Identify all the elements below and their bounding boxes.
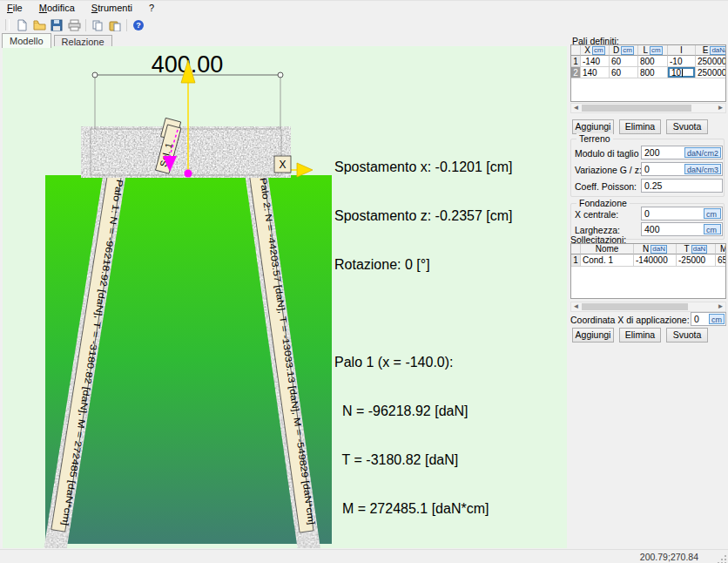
elimina-palo-button[interactable]: Elimina <box>619 119 661 134</box>
side-panel: Pali definiti: Xcm Dcm Lcm I EdaN/c 1 -1… <box>569 36 728 549</box>
svg-text:X: X <box>279 159 286 171</box>
table-row[interactable]: 2 140 60 800 10 250000 <box>571 67 725 78</box>
menu-bar: File Modifica Strumenti ? <box>0 1 728 17</box>
toolbar-separator <box>126 19 127 31</box>
sollecitazioni-header: Nome NdaN TdaN MdaN <box>571 244 725 254</box>
unit-chip: daN/cm3 <box>684 164 721 174</box>
result-line: Palo 1 (x = -140.0): <box>334 354 513 371</box>
modulo-taglio-input[interactable]: 200 daN/cm2 <box>641 146 723 159</box>
tab-modello[interactable]: Modello <box>2 33 51 48</box>
unit-chip: cm <box>704 224 721 234</box>
menu-modifica[interactable]: Modifica <box>32 1 82 15</box>
coordinata-label: Coordinata X di applicazione: <box>570 315 690 325</box>
field-label: Modulo di taglio G: <box>575 148 651 159</box>
terreno-group: Terreno Modulo di taglio G: 200 daN/cm2 … <box>570 139 725 197</box>
print-icon[interactable] <box>65 17 83 32</box>
save-icon[interactable] <box>48 17 65 32</box>
toolbar-grip <box>5 19 10 31</box>
x-axis-arrow <box>297 163 313 177</box>
unit-chip: cm <box>650 46 663 55</box>
result-line: Rotazione: 0 [°] <box>334 256 513 274</box>
field-label: Coeff. Poisson: <box>575 181 637 192</box>
text-caret <box>682 69 683 77</box>
open-folder-icon[interactable] <box>30 17 48 32</box>
tab-strip: Modello Relazione <box>2 33 112 46</box>
pali-table[interactable]: Xcm Dcm Lcm I EdaN/c 1 -140 60 800 -10 2… <box>570 44 726 102</box>
table-row[interactable]: 1 -140 60 800 -10 250000 <box>571 56 725 67</box>
field-label: X centrale: <box>575 209 618 220</box>
svg-text:?: ? <box>136 21 141 30</box>
pali-table-hscrollbar[interactable]: ◄ ► <box>570 103 726 113</box>
x-axis-label: X <box>274 156 291 173</box>
variazione-gz-input[interactable]: 0 daN/cm3 <box>641 162 723 176</box>
unit-chip: cm <box>704 208 721 219</box>
menu-file[interactable]: File <box>0 1 30 15</box>
scroll-right-icon[interactable]: ► <box>716 302 725 311</box>
toolbar: ? <box>0 17 728 33</box>
coordinata-x-input[interactable]: 0 cm <box>691 312 726 326</box>
unit-chip: daN <box>691 245 708 254</box>
sollecitazioni-hscrollbar[interactable]: ◄ ► <box>570 302 726 312</box>
table-row[interactable]: 1 Cond. 1 -140000 -25000 650 <box>571 254 725 267</box>
paste-icon[interactable] <box>106 17 124 32</box>
svuota-pali-button[interactable]: Svuota <box>666 119 708 134</box>
field-label: Variazione G / z: <box>575 165 642 175</box>
aggiungi-sollecitazione-button[interactable]: Aggiungi <box>572 328 614 343</box>
scrollbar-thumb[interactable] <box>582 105 691 112</box>
result-line: T = -3180.82 [daN] <box>334 451 513 469</box>
new-document-icon[interactable] <box>13 17 30 32</box>
resize-grip[interactable] <box>717 553 727 563</box>
result-line: N = -96218.92 [daN] <box>334 403 513 420</box>
elimina-sollecitazione-button[interactable]: Elimina <box>619 328 661 343</box>
model-canvas[interactable]: Palo 1: N = -96218.92 [daN], T = -3180.8… <box>3 46 567 548</box>
results-text: Spostamento x: -0.1201 [cm] Spostamento … <box>334 127 513 548</box>
origin-point <box>185 170 192 178</box>
result-line: M = 272485.1 [daN*cm] <box>334 500 513 518</box>
scrollbar-thumb[interactable] <box>582 303 688 310</box>
scroll-left-icon[interactable]: ◄ <box>571 104 581 112</box>
larghezza-input[interactable]: 400 cm <box>641 222 723 236</box>
unit-chip: daN <box>650 245 667 254</box>
scroll-right-icon[interactable]: ► <box>716 104 725 112</box>
menu-help[interactable]: ? <box>142 1 161 15</box>
pali-table-header: Xcm Dcm Lcm I EdaN/c <box>571 45 725 56</box>
inclination-edit-cell[interactable]: 10 <box>668 67 695 78</box>
unit-chip: cm <box>592 46 605 55</box>
fondazione-title: Fondazione <box>576 198 630 208</box>
help-icon[interactable]: ? <box>130 17 147 32</box>
x-centrale-input[interactable]: 0 cm <box>641 207 723 220</box>
dimension-handle <box>278 72 283 78</box>
sollecitazioni-table[interactable]: Nome NdaN TdaN MdaN 1 Cond. 1 -140000 -2… <box>570 243 726 299</box>
menu-strumenti[interactable]: Strumenti <box>84 1 139 15</box>
result-line <box>334 305 513 322</box>
scroll-left-icon[interactable]: ◄ <box>571 302 581 311</box>
aggiungi-palo-button[interactable]: Aggiungi <box>572 119 614 134</box>
toolbar-separator <box>85 19 86 31</box>
app-window: File Modifica Strumenti ? ? Mod <box>0 0 728 563</box>
terreno-title: Terreno <box>576 133 613 144</box>
result-line: Spostamento x: -0.1201 [cm] <box>334 159 513 176</box>
copy-icon[interactable] <box>89 17 106 32</box>
unit-chip: cm <box>709 314 725 324</box>
cursor-coordinates: 200.79;270.84 <box>640 552 698 562</box>
foundation-cap <box>91 129 281 175</box>
unit-chip: cm <box>621 46 634 55</box>
status-bar: 200.79;270.84 <box>0 549 728 563</box>
unit-chip: daN/cm2 <box>684 147 721 158</box>
coeff-poisson-input[interactable]: 0.25 <box>641 179 723 193</box>
result-line: Spostamento z: -0.2357 [cm] <box>334 207 513 225</box>
unit-chip: daN/c <box>710 46 726 55</box>
svuota-sollecitazioni-button[interactable]: Svuota <box>666 328 708 343</box>
dimension-handle <box>92 72 98 78</box>
